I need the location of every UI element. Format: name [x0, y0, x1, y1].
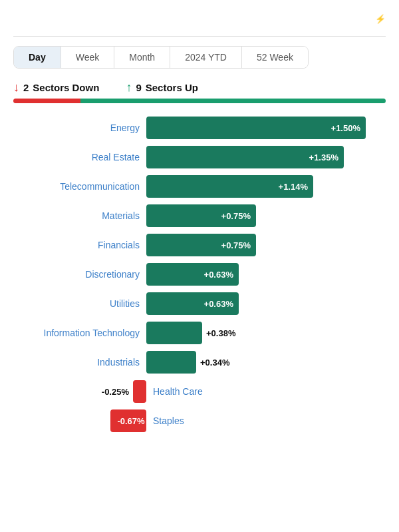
- tab-week[interactable]: Week: [61, 47, 115, 68]
- sectors-up-summary: ↑ 9 Sectors Up: [126, 81, 198, 95]
- down-count: 2: [23, 82, 29, 93]
- bar-fill: +1.50%: [146, 117, 366, 139]
- bar-value-neg: -0.67%: [117, 416, 144, 426]
- bar-container: +0.38%: [146, 322, 386, 344]
- arrow-up-icon: ↑: [126, 81, 132, 95]
- tab-month[interactable]: Month: [114, 47, 170, 68]
- bar-value-outside: +0.34%: [200, 358, 229, 368]
- live-info: ⚡: [375, 13, 386, 25]
- sector-label: Telecommunication: [13, 181, 146, 192]
- tab-day[interactable]: Day: [14, 47, 61, 68]
- chart-area: Energy+1.50%Real Estate+1.35%Telecommuni…: [13, 117, 386, 432]
- bar-value: +1.14%: [279, 182, 308, 192]
- bar-fill: +0.75%: [146, 234, 256, 256]
- bar-value: +0.75%: [221, 211, 251, 221]
- sector-label: Industrials: [13, 357, 146, 368]
- summary-row: ↓ 2 Sectors Down ↑ 9 Sectors Up: [13, 81, 386, 95]
- bar-row: Utilities+0.63%: [13, 292, 386, 315]
- bar-fill: [146, 351, 196, 374]
- bar-container: +0.34%: [146, 351, 386, 374]
- bar-value-neg-outside: -0.25%: [102, 387, 129, 397]
- sector-label-neg: Health Care: [146, 386, 203, 397]
- bar-container: +0.63%: [146, 263, 386, 286]
- bar-value: +0.75%: [221, 240, 251, 250]
- bar-container-negative: -0.67%: [13, 409, 146, 432]
- bar-fill: +1.14%: [146, 175, 313, 198]
- down-label: Sectors Down: [33, 82, 99, 93]
- bar-row: Financials+0.75%: [13, 234, 386, 256]
- bar-container-negative: -0.25%: [13, 380, 146, 403]
- bar-fill: [146, 322, 202, 344]
- ratio-bar: [13, 99, 386, 103]
- bar-fill: +0.75%: [146, 204, 256, 227]
- bar-fill: +0.63%: [146, 263, 239, 286]
- sector-label: Materials: [13, 210, 146, 221]
- bar-fill-negative: [133, 380, 146, 403]
- sector-label: Real Estate: [13, 152, 146, 162]
- bar-container: +1.50%: [146, 117, 386, 139]
- bar-row: -0.67%Staples: [13, 409, 386, 432]
- bar-fill: +1.35%: [146, 146, 344, 168]
- page-header: ⚡: [13, 13, 386, 25]
- tabs-container: DayWeekMonth2024 YTD52 Week: [13, 46, 309, 69]
- sectors-down-summary: ↓ 2 Sectors Down: [13, 81, 99, 95]
- bar-value: +0.63%: [204, 270, 233, 280]
- bar-value: +0.63%: [204, 299, 233, 309]
- sector-label-neg: Staples: [146, 415, 184, 426]
- bar-row: Materials+0.75%: [13, 204, 386, 227]
- bar-fill-negative: -0.67%: [110, 409, 146, 432]
- bar-row: Discretionary+0.63%: [13, 263, 386, 286]
- lightning-icon: ⚡: [375, 14, 386, 24]
- bar-container: +0.75%: [146, 234, 386, 256]
- bar-row: Telecommunication+1.14%: [13, 175, 386, 198]
- up-count: 9: [136, 82, 141, 93]
- header-divider: [13, 36, 386, 37]
- ratio-red: [13, 99, 80, 103]
- arrow-down-icon: ↓: [13, 81, 19, 95]
- bar-value: +1.50%: [331, 123, 360, 133]
- sector-label: Discretionary: [13, 269, 146, 280]
- tab-52week[interactable]: 52 Week: [242, 47, 308, 68]
- sector-label: Financials: [13, 240, 146, 250]
- bar-container: +0.75%: [146, 204, 386, 227]
- bar-fill: +0.63%: [146, 292, 239, 315]
- bar-row: Real Estate+1.35%: [13, 146, 386, 168]
- bar-container: +1.14%: [146, 175, 386, 198]
- bar-row: Information Technology+0.38%: [13, 322, 386, 344]
- up-label: Sectors Up: [146, 82, 198, 93]
- tab-ytd[interactable]: 2024 YTD: [170, 47, 242, 68]
- sector-label: Energy: [13, 123, 146, 133]
- bar-row: -0.25%Health Care: [13, 380, 386, 403]
- bar-value-outside: +0.38%: [206, 328, 235, 338]
- sector-label: Utilities: [13, 298, 146, 309]
- bar-value: +1.35%: [309, 152, 338, 162]
- ratio-green: [80, 99, 386, 103]
- bar-row: Industrials+0.34%: [13, 351, 386, 374]
- sector-label: Information Technology: [13, 328, 146, 338]
- bar-container: +0.63%: [146, 292, 386, 315]
- bar-row: Energy+1.50%: [13, 117, 386, 139]
- bar-container: +1.35%: [146, 146, 386, 168]
